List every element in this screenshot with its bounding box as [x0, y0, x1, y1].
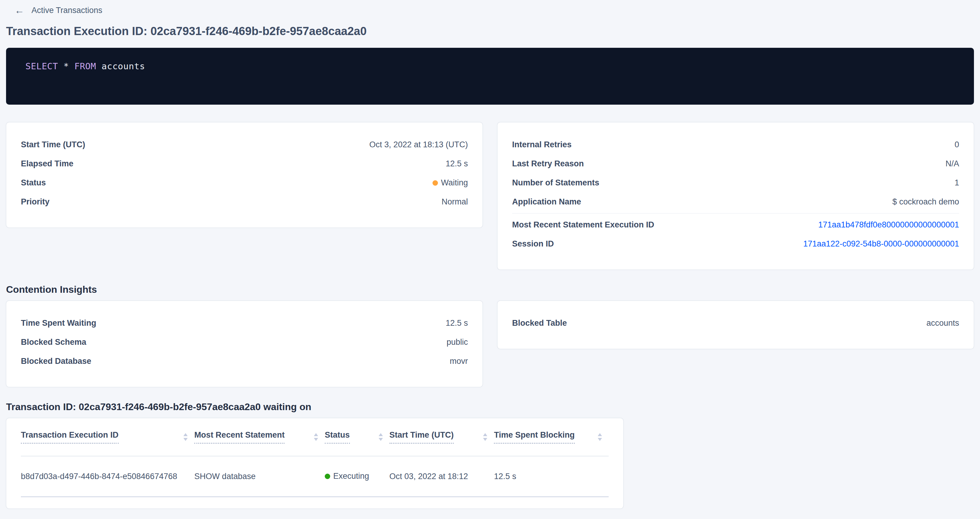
- status-value: Waiting: [433, 178, 468, 187]
- elapsed-time-label: Elapsed Time: [21, 159, 73, 168]
- time-spent-waiting-row: Time Spent Waiting 12.5 s: [21, 314, 468, 333]
- sort-desc-icon: [314, 438, 318, 441]
- contention-left-card: Time Spent Waiting 12.5 s Blocked Schema…: [6, 301, 483, 387]
- most-recent-statement-execution-id-label: Most Recent Statement Execution ID: [512, 220, 654, 230]
- waiting-status-text: Waiting: [441, 178, 468, 187]
- waiting-on-heading: Transaction ID: 02ca7931-f246-469b-b2fe-…: [6, 400, 974, 413]
- cell-time-spent-blocking: 12.5 s: [494, 456, 609, 497]
- blocked-schema-row: Blocked Schema public: [21, 333, 468, 352]
- blocked-schema-value: public: [446, 338, 468, 347]
- last-retry-reason-label: Last Retry Reason: [512, 159, 584, 168]
- time-spent-waiting-label: Time Spent Waiting: [21, 319, 96, 328]
- cell-status: Executing: [325, 456, 390, 497]
- internal-retries-value: 0: [955, 140, 959, 149]
- application-name-row: Application Name $ cockroach demo: [512, 192, 959, 211]
- table-header-row: Transaction Execution ID Most Recent Sta…: [21, 418, 609, 456]
- sort-asc-icon: [598, 433, 602, 436]
- application-name-value: $ cockroach demo: [892, 197, 959, 206]
- column-label: Start Time (UTC): [390, 430, 454, 444]
- back-link-label: Active Transactions: [32, 6, 102, 15]
- column-header-time-spent-blocking[interactable]: Time Spent Blocking: [494, 418, 609, 456]
- sort-desc-icon: [598, 438, 602, 441]
- time-spent-waiting-value: 12.5 s: [445, 319, 468, 328]
- column-label: Most Recent Statement: [194, 430, 285, 444]
- column-label: Time Spent Blocking: [494, 430, 575, 444]
- card-divider: [512, 213, 959, 214]
- column-header-transaction-execution-id[interactable]: Transaction Execution ID: [21, 418, 194, 456]
- blocked-database-label: Blocked Database: [21, 357, 91, 366]
- waiting-transactions-table: Transaction Execution ID Most Recent Sta…: [21, 418, 609, 497]
- sort-asc-icon: [379, 433, 383, 436]
- session-id-label: Session ID: [512, 239, 554, 249]
- internal-retries-row: Internal Retries 0: [512, 135, 959, 154]
- sort-desc-icon: [183, 438, 188, 441]
- blocked-table-row: Blocked Table accounts: [512, 314, 959, 333]
- application-name-label: Application Name: [512, 197, 581, 206]
- status-label: Status: [21, 178, 46, 187]
- status-row: Status Waiting: [21, 173, 468, 192]
- number-of-statements-label: Number of Statements: [512, 178, 599, 187]
- elapsed-time-value: 12.5 s: [445, 159, 468, 168]
- column-header-most-recent-statement[interactable]: Most Recent Statement: [194, 418, 325, 456]
- sql-keyword-select: SELECT: [25, 61, 58, 71]
- blocked-table-label: Blocked Table: [512, 319, 567, 328]
- sort-asc-icon: [314, 433, 318, 436]
- sql-table-name: accounts: [102, 61, 145, 71]
- sql-keyword-from: FROM: [75, 61, 96, 71]
- blocked-database-row: Blocked Database movr: [21, 352, 468, 371]
- column-header-status[interactable]: Status: [325, 418, 390, 456]
- column-label: Transaction Execution ID: [21, 430, 119, 444]
- contention-right-card: Blocked Table accounts: [497, 301, 974, 349]
- cell-transaction-execution-id: b8d7d03a-d497-446b-8474-e50846674768: [21, 456, 194, 497]
- sort-desc-icon: [379, 438, 383, 441]
- start-time-value: Oct 3, 2022 at 18:13 (UTC): [369, 140, 468, 149]
- back-arrow-icon: ←: [14, 5, 24, 15]
- most-recent-statement-execution-id-row: Most Recent Statement Execution ID 171aa…: [512, 215, 959, 234]
- sort-asc-icon: [483, 433, 487, 436]
- session-id-row: Session ID 171aa122-c092-54b8-0000-00000…: [512, 234, 959, 254]
- last-retry-reason-value: N/A: [945, 159, 959, 168]
- table-row: b8d7d03a-d497-446b-8474-e50846674768 SHO…: [21, 456, 609, 497]
- column-header-start-time[interactable]: Start Time (UTC): [390, 418, 494, 456]
- waiting-transactions-table-card: Transaction Execution ID Most Recent Sta…: [6, 418, 624, 509]
- sort-desc-icon: [483, 438, 487, 441]
- priority-value: Normal: [442, 197, 468, 206]
- blocked-schema-label: Blocked Schema: [21, 338, 86, 347]
- start-time-row: Start Time (UTC) Oct 3, 2022 at 18:13 (U…: [21, 135, 468, 154]
- number-of-statements-value: 1: [955, 178, 959, 187]
- page-title: Transaction Execution ID: 02ca7931-f246-…: [6, 24, 974, 39]
- most-recent-statement-execution-id-link[interactable]: 171aa1b478fdf0e80000000000000001: [818, 220, 959, 230]
- start-time-label: Start Time (UTC): [21, 140, 85, 149]
- sort-asc-icon: [183, 433, 188, 436]
- sql-statement: SELECT * FROM accounts: [25, 61, 145, 71]
- sort-icons[interactable]: [183, 433, 188, 441]
- execution-summary-card: Start Time (UTC) Oct 3, 2022 at 18:13 (U…: [6, 122, 483, 228]
- executing-status-dot-icon: [325, 474, 330, 479]
- sort-icons[interactable]: [598, 433, 602, 441]
- blocked-database-value: movr: [450, 357, 468, 366]
- priority-label: Priority: [21, 197, 49, 206]
- executing-status-text: Executing: [333, 471, 369, 481]
- transaction-details-card: Internal Retries 0 Last Retry Reason N/A…: [497, 122, 974, 270]
- sql-statement-box: SELECT * FROM accounts: [6, 48, 974, 105]
- priority-row: Priority Normal: [21, 192, 468, 211]
- column-label: Status: [325, 430, 350, 444]
- number-of-statements-row: Number of Statements 1: [512, 173, 959, 192]
- session-id-link[interactable]: 171aa122-c092-54b8-0000-000000000001: [803, 239, 959, 249]
- sort-icons[interactable]: [379, 433, 383, 441]
- blocked-table-value: accounts: [926, 319, 959, 328]
- waiting-status-dot-icon: [433, 180, 438, 186]
- contention-insights-heading: Contention Insights: [6, 283, 974, 296]
- sql-star: *: [64, 61, 69, 71]
- back-to-active-transactions-link[interactable]: ← Active Transactions: [14, 4, 102, 16]
- active-transaction-details-page: ← Active Transactions Transaction Execut…: [0, 0, 980, 519]
- internal-retries-label: Internal Retries: [512, 140, 572, 149]
- last-retry-reason-row: Last Retry Reason N/A: [512, 154, 959, 173]
- cell-start-time: Oct 03, 2022 at 18:12: [390, 456, 494, 497]
- sort-icons[interactable]: [314, 433, 318, 441]
- sort-icons[interactable]: [483, 433, 487, 441]
- elapsed-time-row: Elapsed Time 12.5 s: [21, 154, 468, 173]
- cell-most-recent-statement: SHOW database: [194, 456, 325, 497]
